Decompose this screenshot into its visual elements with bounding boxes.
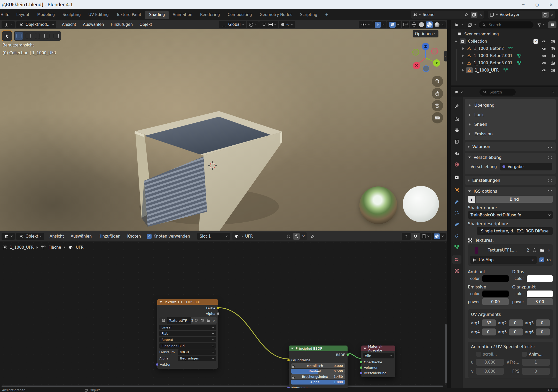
- target-dropdown[interactable]: Alle: [363, 353, 394, 358]
- pin-icon[interactable]: [464, 12, 469, 17]
- scroll-checkbox[interactable]: [476, 352, 481, 357]
- editor-type-button[interactable]: [2, 233, 15, 240]
- editor-divider[interactable]: [447, 20, 451, 392]
- eye-icon[interactable]: [541, 60, 547, 66]
- panel-emission[interactable]: Emission: [465, 129, 556, 139]
- tab-animation[interactable]: Animation: [169, 11, 196, 19]
- options-button[interactable]: Optionen: [413, 30, 438, 37]
- output-socket-bsdf[interactable]: [346, 353, 349, 356]
- source-dropdown[interactable]: Einzelnes Bild: [159, 343, 216, 349]
- tab-render[interactable]: [452, 115, 461, 123]
- breadcrumb-mesh[interactable]: Fläche: [49, 245, 61, 250]
- horizontal-scrollbar[interactable]: [2, 386, 443, 387]
- editor-type-button[interactable]: [2, 21, 15, 28]
- specular-color-swatch[interactable]: [527, 291, 553, 297]
- arg4-field[interactable]: 0.: [482, 328, 496, 335]
- uvmap-field[interactable]: UV-Map ×: [470, 256, 537, 264]
- gizmos-toggle[interactable]: [372, 21, 387, 28]
- drag-grip-icon[interactable]: [546, 190, 553, 193]
- fps-field[interactable]: 0: [522, 368, 550, 375]
- remove-viewlayer-icon[interactable]: ×: [551, 12, 554, 17]
- v-field[interactable]: 0.000: [476, 368, 504, 375]
- panel-einstellungen[interactable]: Einstellungen: [465, 176, 556, 185]
- overlays-toggle[interactable]: [387, 21, 401, 28]
- use-nodes-toggle[interactable]: ✓ Knoten verwenden: [147, 234, 190, 239]
- select-box-new[interactable]: [15, 32, 23, 40]
- zoom-button[interactable]: [432, 76, 443, 87]
- properties-search[interactable]: [480, 89, 516, 96]
- node-header[interactable]: TextureUTF1.DDS.001: [157, 299, 218, 305]
- arg6-field[interactable]: 0.: [536, 328, 550, 335]
- xray-toggle[interactable]: [402, 21, 409, 28]
- input-socket-surface[interactable]: [360, 361, 363, 364]
- expand-icon[interactable]: [455, 41, 457, 42]
- tab-rendering[interactable]: Rendering: [196, 11, 224, 19]
- specular-power-field[interactable]: 3.00: [527, 298, 553, 305]
- mode-dropdown[interactable]: Objektmod...: [16, 21, 56, 28]
- open-folder-icon[interactable]: [540, 248, 545, 253]
- image-icon[interactable]: [159, 317, 167, 324]
- input-socket-volume[interactable]: [360, 366, 363, 369]
- input-socket[interactable]: [292, 376, 295, 379]
- slider-rauheit[interactable]: Rauheit0.500: [291, 369, 345, 374]
- panel-uebergang[interactable]: Übergang: [465, 100, 556, 110]
- tab-world[interactable]: [452, 160, 461, 169]
- camera-icon[interactable]: [550, 68, 555, 73]
- ambient-color-swatch[interactable]: [482, 275, 509, 282]
- camera-view-button[interactable]: [432, 100, 443, 111]
- shading-wireframe-button[interactable]: [410, 21, 417, 28]
- outliner-search[interactable]: [479, 21, 533, 28]
- filter-dropdown[interactable]: [535, 21, 547, 28]
- navigation-gizmo[interactable]: Z X Y: [410, 42, 441, 73]
- unlink-image-icon[interactable]: ×: [211, 317, 217, 324]
- tab-geometry-nodes[interactable]: Geometry Nodes: [256, 11, 296, 19]
- texture-users[interactable]: 2: [527, 248, 529, 253]
- emissive-color-swatch[interactable]: [482, 291, 509, 297]
- ra-checkbox[interactable]: ✓: [539, 257, 544, 262]
- menu-hilfe[interactable]: Hilfe: [0, 12, 12, 17]
- pin-icon[interactable]: [310, 234, 315, 239]
- tab-scripting[interactable]: Scripting: [296, 11, 321, 19]
- unlink-material-icon[interactable]: ✕: [302, 234, 305, 239]
- outliner-properties-divider[interactable]: [451, 85, 558, 87]
- display-mode-dropdown[interactable]: [452, 21, 464, 28]
- new-collection-button[interactable]: [548, 21, 556, 28]
- object-row-beton3-001[interactable]: 1_1000_Beton3.001: [451, 59, 558, 67]
- tab-compositing[interactable]: Compositing: [224, 11, 256, 19]
- new-scene-icon[interactable]: [471, 12, 477, 18]
- input-socket-base-color[interactable]: [287, 359, 290, 362]
- pan-button[interactable]: [432, 88, 443, 99]
- select-box-extend[interactable]: [24, 32, 32, 40]
- menu-ansicht[interactable]: Ansicht: [59, 22, 79, 27]
- unlink-scene-icon[interactable]: ×: [479, 12, 483, 17]
- tab-uv-editing[interactable]: UV Editing: [84, 11, 112, 19]
- shader-desc-value[interactable]: Single texture, d...EX1 RGB Diffuse: [477, 227, 553, 235]
- tab-sculpting[interactable]: Sculpting: [59, 11, 84, 19]
- node-principled-bsdf[interactable]: Principled BSDF BSDF Grundfarbe Metallis…: [289, 346, 348, 391]
- slider-metallisch[interactable]: Metallisch0.000: [291, 363, 345, 368]
- tab-modifiers[interactable]: [452, 198, 461, 206]
- snapping-controls[interactable]: [259, 21, 278, 28]
- material-icon[interactable]: [234, 234, 239, 239]
- image-name[interactable]: TextureUTF...: [167, 317, 191, 324]
- alpha-mode-dropdown[interactable]: Begradigen: [178, 356, 216, 361]
- tab-view-layer[interactable]: [452, 138, 461, 146]
- scene-name[interactable]: Scene: [423, 12, 462, 17]
- panel-igs-options[interactable]: IGS options i Bind Shader name: TrainBas…: [465, 187, 556, 378]
- projection-dropdown[interactable]: Flat: [159, 331, 216, 336]
- drag-grip-icon[interactable]: [546, 145, 553, 148]
- breadcrumb-material[interactable]: UFR: [76, 245, 84, 250]
- close-button[interactable]: ✕: [544, 0, 558, 9]
- camera-icon[interactable]: [550, 60, 555, 66]
- tab-material[interactable]: [452, 255, 461, 264]
- camera-icon[interactable]: [550, 39, 555, 44]
- u-field[interactable]: 0.000: [476, 359, 504, 366]
- ortho-toggle-button[interactable]: [432, 112, 443, 123]
- colorspace-dropdown[interactable]: sRGB: [178, 349, 216, 355]
- exclude-checkbox[interactable]: ✓: [533, 39, 538, 44]
- node-header[interactable]: Principled BSDF: [289, 346, 348, 351]
- node-material-output[interactable]: Material-Ausgabe Alle Oberfläche Volumen…: [361, 346, 395, 377]
- shading-solid-button[interactable]: [418, 21, 425, 28]
- proportional-editing[interactable]: ∿: [279, 21, 295, 28]
- sidebar-collapse-handle[interactable]: ‹: [444, 51, 447, 61]
